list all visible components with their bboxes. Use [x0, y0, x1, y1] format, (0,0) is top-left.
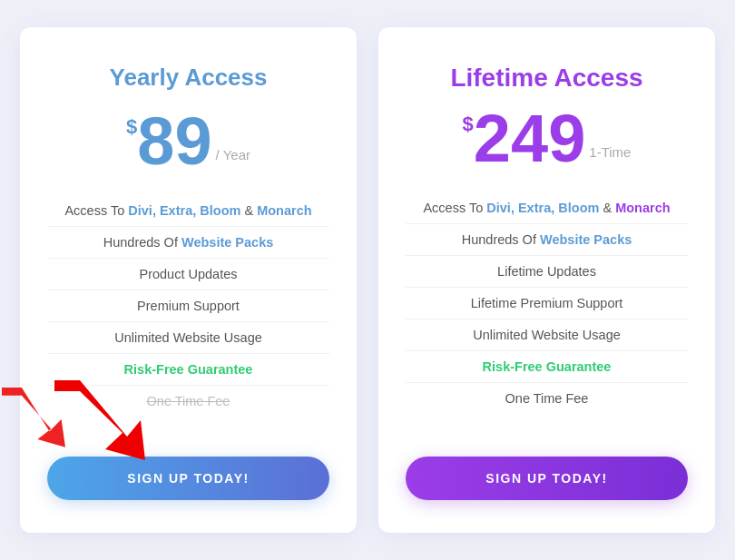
- yearly-feature-1: Access To Divi, Extra, Bloom & Monarch: [47, 195, 329, 227]
- yearly-guarantee: Risk-Free Guarantee: [124, 362, 253, 377]
- yearly-price-row: $ 89 / Year: [126, 108, 250, 175]
- yearly-price-amount: 89: [137, 108, 211, 175]
- yearly-signup-button[interactable]: SIGN UP TODAY!: [47, 457, 329, 500]
- yearly-price-period: / Year: [216, 148, 250, 162]
- lifetime-monarch-link: Monarch: [615, 201, 670, 215]
- lifetime-price-amount: 249: [474, 105, 585, 172]
- yearly-feature-6: Risk-Free Guarantee: [47, 354, 329, 386]
- yearly-features: Access To Divi, Extra, Bloom & Monarch H…: [47, 195, 329, 417]
- lifetime-title: Lifetime Access: [450, 64, 642, 93]
- lifetime-dollar-sign: $: [463, 114, 474, 134]
- lifetime-guarantee: Risk-Free Guarantee: [483, 359, 612, 374]
- yearly-dollar-sign: $: [126, 117, 137, 137]
- pricing-wrapper: Yearly Access $ 89 / Year Access To Divi…: [0, 0, 735, 560]
- lifetime-feature-1: Access To Divi, Extra, Bloom & Monarch: [406, 192, 688, 224]
- yearly-feature-7: One Time Fee: [47, 386, 329, 417]
- lifetime-feature-6: Risk-Free Guarantee: [406, 351, 688, 383]
- lifetime-card: Lifetime Access $ 249 1-Time Access To D…: [378, 27, 715, 533]
- lifetime-packs-link: Website Packs: [540, 232, 632, 247]
- lifetime-feature-2: Hundreds Of Website Packs: [406, 224, 688, 256]
- lifetime-feature-4: Lifetime Premium Support: [406, 288, 688, 319]
- yearly-card: Yearly Access $ 89 / Year Access To Divi…: [20, 27, 357, 533]
- lifetime-feature-7: One Time Fee: [406, 383, 688, 414]
- lifetime-feature-5: Unlimited Website Usage: [406, 319, 688, 351]
- yearly-one-time: One Time Fee: [147, 394, 230, 408]
- lifetime-feature-3: Lifetime Updates: [406, 256, 688, 288]
- yearly-feature-3: Product Updates: [47, 259, 329, 290]
- yearly-title: Yearly Access: [110, 64, 268, 92]
- lifetime-price-row: $ 249 1-Time: [463, 105, 632, 172]
- yearly-feature-4: Premium Support: [47, 290, 329, 322]
- yearly-monarch-link: Monarch: [257, 203, 311, 218]
- yearly-packs-link: Website Packs: [181, 235, 273, 250]
- lifetime-price-period: 1-Time: [589, 145, 631, 159]
- yearly-divi-link: Divi, Extra, Bloom: [128, 203, 240, 218]
- lifetime-features: Access To Divi, Extra, Bloom & Monarch H…: [406, 192, 688, 414]
- yearly-feature-5: Unlimited Website Usage: [47, 322, 329, 354]
- lifetime-signup-button[interactable]: SIGN UP TODAY!: [406, 457, 688, 500]
- yearly-feature-2: Hundreds Of Website Packs: [47, 227, 329, 259]
- lifetime-divi-link: Divi, Extra, Bloom: [486, 201, 599, 215]
